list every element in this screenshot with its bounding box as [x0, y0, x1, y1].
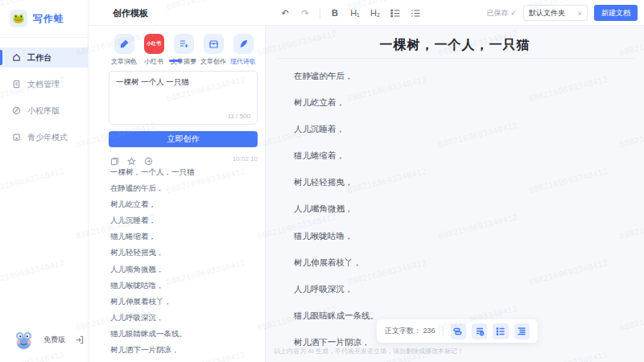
- pen-icon: [114, 34, 134, 54]
- header-right: 已保存 ✓ 默认文件夹 ∨ 新建文档: [486, 0, 638, 26]
- feather-icon: [233, 34, 254, 54]
- doc-line: 人儿嘴角微翘，: [294, 204, 628, 230]
- result-lines: 一棵树，一个人，一只猫 在静谧的午后， 树儿屹立着， 人儿沉睡着， 猫儿蜷缩着，…: [110, 167, 259, 361]
- doc-line: 在静谧的午后，: [294, 71, 628, 97]
- logout-icon[interactable]: [75, 333, 84, 348]
- top-header: 创作模板 ↶ ↷ B H₁ H₂ 已保存 ✓ 默认文件夹 ∨ 新建文档: [89, 0, 644, 26]
- user-row: 免费版: [0, 329, 89, 351]
- create-now-button[interactable]: 立即创作: [109, 131, 258, 147]
- result-line: 树儿屹立着，: [110, 200, 259, 216]
- wordcount-label: 正文字数：: [385, 327, 421, 335]
- doc-line: 人儿呼吸深沉，: [294, 284, 628, 311]
- template-panel: 文章润色 小红书 小红书 文章摘要 文章创作: [89, 26, 266, 362]
- frog-logo-icon: 🐸: [10, 10, 27, 27]
- wordcount-value: 236: [423, 327, 436, 335]
- indent-list-icon[interactable]: [514, 323, 530, 339]
- heading1-button[interactable]: H₁: [348, 6, 362, 20]
- sidebar: 🐸 写作蛙 工作台 文档管理 小程序版 青少年模式: [0, 0, 89, 362]
- result-line: 树儿伸展着枝丫，: [110, 297, 259, 313]
- sidebar-item-miniprogram[interactable]: 小程序版: [0, 101, 88, 121]
- tab-article-polish[interactable]: 文章润色: [110, 34, 138, 66]
- template-tabs: 文章润色 小红书 小红书 文章摘要 文章创作: [110, 34, 257, 66]
- result-timestamp: 10:02:10: [233, 155, 258, 162]
- app-logo: 🐸 写作蛙: [0, 0, 88, 38]
- sidebar-menu: 工作台 文档管理 小程序版 青少年模式: [0, 47, 88, 147]
- sidebar-item-workspace[interactable]: 工作台: [0, 47, 88, 68]
- editor-toolbar: ↶ ↷ B H₁ H₂: [278, 0, 423, 26]
- tab-label: 文章润色: [111, 57, 137, 66]
- result-line: 在静谧的午后，: [110, 183, 259, 200]
- tab-label: 文章创作: [200, 57, 226, 66]
- result-line: 树儿轻轻摇曳，: [110, 248, 259, 264]
- app-logo-text: 写作蛙: [33, 12, 64, 26]
- bullet-list-icon[interactable]: [493, 323, 508, 339]
- title-divider: [278, 58, 634, 59]
- check-icon: ✓: [510, 9, 517, 17]
- paragraph-swap-icon[interactable]: [451, 323, 466, 339]
- save-status-label: 已保存: [486, 8, 508, 19]
- result-header: 10:02:10: [110, 154, 258, 163]
- result-line: 人儿呼吸深沉，: [110, 313, 259, 329]
- floating-format-bar: 正文字数： 236: [377, 319, 538, 343]
- result-line: 人儿沉睡着，: [110, 216, 259, 232]
- tab-label: 小红书: [144, 57, 163, 66]
- toolbar-divider: [320, 7, 320, 19]
- copy-icon[interactable]: [110, 154, 119, 163]
- tab-label: 现代诗歌: [230, 57, 256, 66]
- doc-line: 人儿沉睡着，: [294, 124, 628, 150]
- floatbar-divider: [443, 327, 444, 336]
- bullet-list-button[interactable]: [388, 6, 402, 20]
- home-icon: [12, 53, 21, 62]
- box-icon: [204, 34, 224, 54]
- document-body[interactable]: 在静谧的午后， 树儿屹立着， 人儿沉睡着， 猫儿蜷缩着， 树儿轻轻摇曳， 人儿嘴…: [294, 71, 628, 362]
- document-icon: [12, 80, 21, 88]
- prompt-input[interactable]: 一棵树 一个人 一只猫: [109, 72, 257, 110]
- result-line: 猫儿喉咙咕噜，: [110, 281, 259, 297]
- tab-article-creation[interactable]: 文章创作: [200, 34, 227, 66]
- result-line: 猫儿蜷缩着，: [110, 232, 259, 248]
- char-count: 11 / 500: [228, 113, 250, 120]
- prompt-input-box: 一棵树 一个人 一只猫 11 / 500: [109, 71, 258, 125]
- sidebar-item-documents[interactable]: 文档管理: [0, 74, 88, 94]
- star-icon[interactable]: [127, 154, 136, 163]
- sidebar-item-label: 青少年模式: [27, 132, 68, 143]
- result-line: 人儿嘴角微翘，: [110, 265, 259, 281]
- heading2-button[interactable]: H₂: [368, 6, 382, 20]
- new-document-button[interactable]: 新建文档: [594, 5, 638, 21]
- result-line: 树儿洒下一片阴凉，: [110, 345, 259, 361]
- tab-xiaohongshu[interactable]: 小红书 小红书: [140, 34, 167, 66]
- xiaohongshu-icon: 小红书: [144, 34, 164, 54]
- app-window: 🐸 写作蛙 工作台 文档管理 小程序版 青少年模式: [0, 0, 644, 362]
- result-line: 猫儿眼睛眯成一条线。: [110, 329, 259, 345]
- sidebar-item-label: 小程序版: [27, 105, 60, 117]
- doc-line: 猫儿喉咙咕噜，: [294, 231, 628, 257]
- doc-line: 树儿轻轻摇曳，: [294, 177, 628, 204]
- compass-icon: [12, 106, 21, 115]
- user-avatar[interactable]: [13, 329, 35, 351]
- smart-format-icon[interactable]: [472, 323, 487, 339]
- doc-line: 猫儿蜷缩着，: [294, 150, 628, 177]
- tab-scrollbar[interactable]: [169, 60, 182, 62]
- bold-button[interactable]: B: [328, 6, 342, 20]
- doc-line: 树儿伸展着枝丫，: [294, 257, 628, 284]
- ai-disclaimer: 以上内容为 AI 生成，不代表开发者立场，请勿删除或修改本标记！: [274, 347, 464, 356]
- chevron-down-icon: ∨: [577, 10, 582, 17]
- tab-modern-poetry[interactable]: 现代诗歌: [229, 34, 257, 66]
- sidebar-item-label: 文档管理: [27, 79, 60, 90]
- folder-select[interactable]: 默认文件夹 ∨: [523, 5, 588, 21]
- save-status: 已保存 ✓: [486, 8, 517, 19]
- wordcount: 正文字数： 236: [385, 326, 436, 336]
- folder-select-value: 默认文件夹: [529, 8, 565, 19]
- summary-icon: [174, 34, 194, 54]
- plan-badge: 免费版: [43, 335, 65, 345]
- ordered-list-button[interactable]: [408, 6, 423, 20]
- document-editor[interactable]: 一棵树，一个人，一只猫 在静谧的午后， 树儿屹立着， 人儿沉睡着， 猫儿蜷缩着，…: [266, 26, 644, 362]
- document-title[interactable]: 一棵树，一个人，一只猫: [266, 37, 644, 54]
- teen-mode-icon: [12, 133, 21, 142]
- sidebar-item-teen-mode[interactable]: 青少年模式: [0, 127, 88, 147]
- insert-to-doc-icon[interactable]: [144, 154, 153, 163]
- redo-icon[interactable]: ↷: [298, 6, 312, 20]
- undo-icon[interactable]: ↶: [278, 6, 292, 20]
- result-line: 一棵树，一个人，一只猫: [110, 167, 259, 183]
- doc-line: 树儿屹立着，: [294, 97, 628, 124]
